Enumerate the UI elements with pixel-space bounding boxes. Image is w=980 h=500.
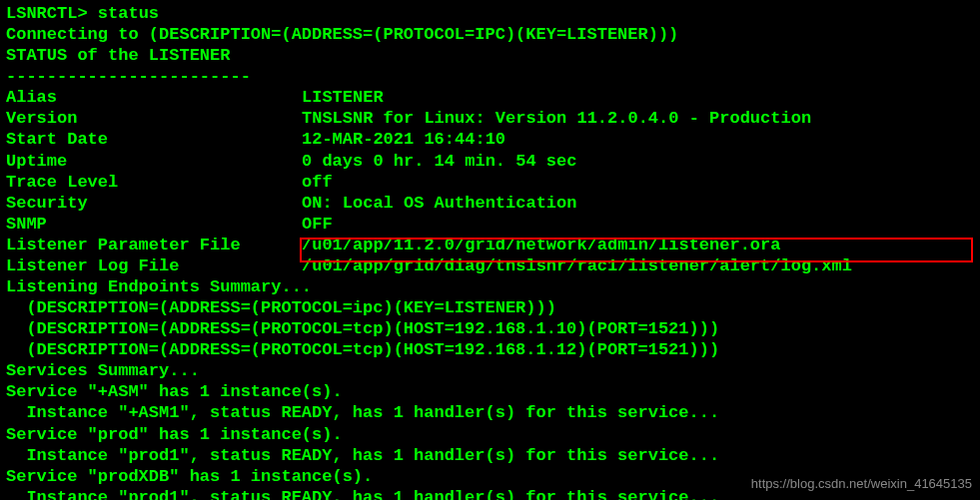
kv-label: Version <box>6 108 302 129</box>
service-line: Instance "+ASM1", status READY, has 1 ha… <box>6 402 974 423</box>
kv-value: LISTENER <box>302 88 384 107</box>
terminal-output: LSNRCTL> status Connecting to (DESCRIPTI… <box>6 3 974 500</box>
kv-log-file: Listener Log File/u01/app/grid/diag/tnsl… <box>6 255 974 276</box>
command-line[interactable]: LSNRCTL> status <box>6 3 974 24</box>
kv-trace-level: Trace Leveloff <box>6 172 974 193</box>
kv-uptime: Uptime0 days 0 hr. 14 min. 54 sec <box>6 151 974 172</box>
endpoint-line: (DESCRIPTION=(ADDRESS=(PROTOCOL=tcp)(HOS… <box>6 318 974 339</box>
kv-value: ON: Local OS Authentication <box>302 194 576 213</box>
separator: ------------------------ <box>6 66 974 87</box>
command: status <box>98 4 159 23</box>
kv-value: 0 days 0 hr. 14 min. 54 sec <box>302 152 576 171</box>
kv-label: SNMP <box>6 214 302 235</box>
endpoint-line: (DESCRIPTION=(ADDRESS=(PROTOCOL=ipc)(KEY… <box>6 297 974 318</box>
endpoint-line: (DESCRIPTION=(ADDRESS=(PROTOCOL=tcp)(HOS… <box>6 339 974 360</box>
service-line: Service "prod" has 1 instance(s). <box>6 424 974 445</box>
kv-value: OFF <box>302 215 333 234</box>
service-line: Instance "prod1", status READY, has 1 ha… <box>6 445 974 466</box>
kv-label: Listener Parameter File <box>6 235 302 255</box>
kv-version: VersionTNSLSNR for Linux: Version 11.2.0… <box>6 108 974 129</box>
kv-value: off <box>302 173 333 192</box>
kv-value: /u01/app/11.2.0/grid/network/admin/liste… <box>302 236 780 254</box>
endpoints-header: Listening Endpoints Summary... <box>6 276 974 297</box>
kv-value: TNSLSNR for Linux: Version 11.2.0.4.0 - … <box>302 109 811 128</box>
kv-start-date: Start Date12-MAR-2021 16:44:10 <box>6 129 974 150</box>
kv-label: Alias <box>6 87 302 108</box>
prompt: LSNRCTL> <box>6 4 98 23</box>
kv-snmp: SNMPOFF <box>6 214 974 235</box>
connecting-line: Connecting to (DESCRIPTION=(ADDRESS=(PRO… <box>6 24 974 45</box>
service-line: Service "+ASM" has 1 instance(s). <box>6 381 974 402</box>
kv-label: Security <box>6 193 302 214</box>
kv-value: /u01/app/grid/diag/tnslsnr/rac1/listener… <box>302 256 852 275</box>
kv-label: Start Date <box>6 129 302 150</box>
kv-label: Trace Level <box>6 172 302 193</box>
kv-label: Listener Log File <box>6 255 302 276</box>
status-header: STATUS of the LISTENER <box>6 45 974 66</box>
kv-value: 12-MAR-2021 16:44:10 <box>302 130 505 149</box>
watermark: https://blog.csdn.net/weixin_41645135 <box>751 476 972 492</box>
services-header: Services Summary... <box>6 360 974 381</box>
kv-param-file: Listener Parameter File/u01/app/11.2.0/g… <box>6 235 974 255</box>
kv-label: Uptime <box>6 151 302 172</box>
kv-security: SecurityON: Local OS Authentication <box>6 193 974 214</box>
kv-alias: AliasLISTENER <box>6 87 974 108</box>
